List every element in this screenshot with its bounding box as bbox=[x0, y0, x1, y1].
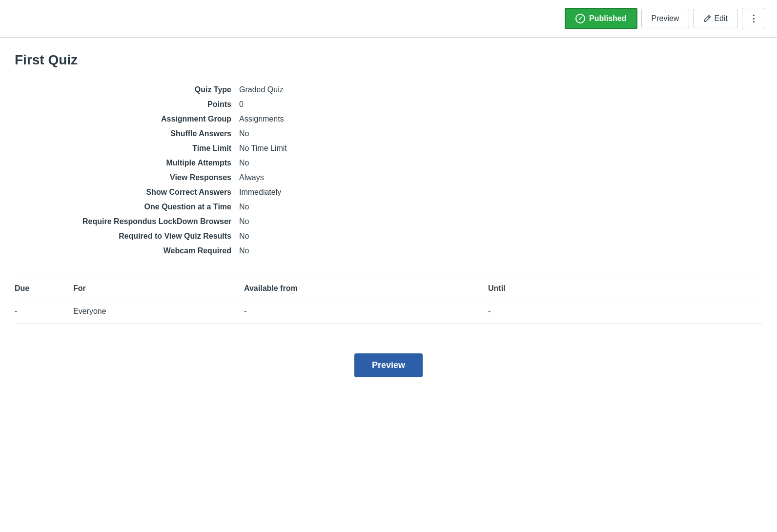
detail-value: No bbox=[239, 232, 249, 241]
detail-label: Quiz Type bbox=[15, 85, 239, 94]
detail-value: Assignments bbox=[239, 115, 284, 123]
detail-label: Assignment Group bbox=[15, 115, 239, 123]
preview-label: Preview bbox=[652, 14, 679, 22]
col-for: For bbox=[73, 278, 244, 299]
detail-row: Quiz TypeGraded Quiz bbox=[15, 82, 762, 97]
detail-value: No bbox=[239, 159, 249, 167]
edit-button[interactable]: Edit bbox=[693, 9, 738, 28]
detail-row: Assignment GroupAssignments bbox=[15, 112, 762, 126]
detail-label: Require Respondus LockDown Browser bbox=[15, 217, 239, 226]
detail-label: Required to View Quiz Results bbox=[15, 232, 239, 241]
table-cell-until: - bbox=[488, 299, 762, 324]
check-circle-icon: ✓ bbox=[575, 14, 585, 23]
detail-value: No bbox=[239, 246, 249, 255]
col-until: Until bbox=[488, 278, 762, 299]
detail-row: Multiple AttemptsNo bbox=[15, 156, 762, 170]
detail-label: One Question at a Time bbox=[15, 203, 239, 211]
more-icon: ⋮ bbox=[749, 14, 758, 23]
detail-label: Shuffle Answers bbox=[15, 129, 239, 138]
detail-label: Multiple Attempts bbox=[15, 159, 239, 167]
published-button[interactable]: ✓ Published bbox=[565, 8, 637, 29]
preview-button[interactable]: Preview bbox=[641, 9, 690, 28]
toolbar: ✓ Published Preview Edit ⋮ bbox=[0, 0, 777, 38]
bottom-preview-label: Preview bbox=[372, 360, 405, 370]
table-cell-for: Everyone bbox=[73, 299, 244, 324]
detail-row: View ResponsesAlways bbox=[15, 170, 762, 185]
table-cell-available_from: - bbox=[244, 299, 488, 324]
detail-value: Graded Quiz bbox=[239, 85, 284, 94]
detail-value: Immediately bbox=[239, 188, 281, 197]
detail-label: Show Correct Answers bbox=[15, 188, 239, 197]
main-content: First Quiz Quiz TypeGraded QuizPoints0As… bbox=[0, 38, 777, 407]
detail-row: Shuffle AnswersNo bbox=[15, 126, 762, 141]
detail-row: One Question at a TimeNo bbox=[15, 200, 762, 214]
bottom-preview-button[interactable]: Preview bbox=[354, 353, 423, 377]
details-table: Quiz TypeGraded QuizPoints0Assignment Gr… bbox=[15, 82, 762, 258]
detail-row: Show Correct AnswersImmediately bbox=[15, 185, 762, 200]
edit-label: Edit bbox=[714, 14, 728, 23]
page-title: First Quiz bbox=[15, 52, 762, 68]
col-available-from: Available from bbox=[244, 278, 488, 299]
published-label: Published bbox=[589, 14, 626, 23]
availability-table: Due For Available from Until -Everyone-- bbox=[15, 278, 762, 324]
detail-value: No Time Limit bbox=[239, 144, 287, 153]
detail-value: No bbox=[239, 203, 249, 211]
detail-value: No bbox=[239, 217, 249, 226]
detail-row: Required to View Quiz ResultsNo bbox=[15, 229, 762, 244]
detail-row: Points0 bbox=[15, 97, 762, 112]
col-due: Due bbox=[15, 278, 73, 299]
detail-value: Always bbox=[239, 173, 264, 182]
more-options-button[interactable]: ⋮ bbox=[742, 8, 765, 29]
detail-value: 0 bbox=[239, 100, 244, 109]
detail-row: Require Respondus LockDown BrowserNo bbox=[15, 214, 762, 229]
detail-value: No bbox=[239, 129, 249, 138]
detail-row: Time LimitNo Time Limit bbox=[15, 141, 762, 156]
bottom-actions: Preview bbox=[15, 344, 762, 387]
detail-label: Points bbox=[15, 100, 239, 109]
table-cell-due: - bbox=[15, 299, 73, 324]
detail-label: View Responses bbox=[15, 173, 239, 182]
detail-label: Webcam Required bbox=[15, 246, 239, 255]
detail-label: Time Limit bbox=[15, 144, 239, 153]
table-row: -Everyone-- bbox=[15, 299, 762, 324]
pencil-icon bbox=[703, 15, 711, 22]
detail-row: Webcam RequiredNo bbox=[15, 244, 762, 258]
